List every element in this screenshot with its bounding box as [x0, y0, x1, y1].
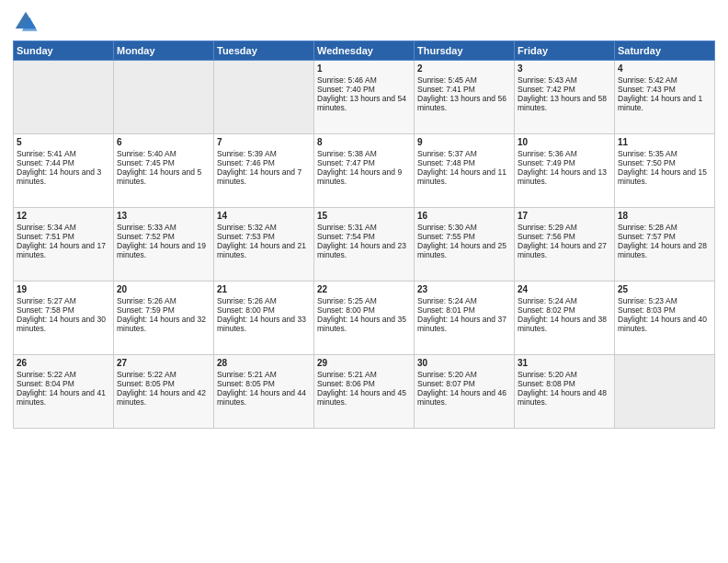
day-cell: 31Sunrise: 5:20 AMSunset: 8:08 PMDayligh… — [515, 355, 615, 429]
daylight-text: Daylight: 14 hours and 40 minutes. — [618, 315, 711, 333]
calendar-header: SundayMondayTuesdayWednesdayThursdayFrid… — [14, 41, 715, 61]
header-cell-thursday: Thursday — [415, 41, 515, 61]
week-row-4: 19Sunrise: 5:27 AMSunset: 7:58 PMDayligh… — [14, 282, 715, 355]
sunrise-text: Sunrise: 5:24 AM — [518, 296, 611, 305]
daylight-text: Daylight: 14 hours and 42 minutes. — [117, 388, 210, 407]
day-number: 5 — [17, 137, 110, 147]
daylight-text: Daylight: 14 hours and 35 minutes. — [317, 315, 411, 333]
day-number: 6 — [117, 137, 210, 147]
sunset-text: Sunset: 8:03 PM — [618, 305, 711, 315]
day-number: 31 — [518, 358, 611, 368]
sunset-text: Sunset: 7:51 PM — [17, 232, 110, 241]
sunrise-text: Sunrise: 5:21 AM — [317, 370, 411, 379]
day-number: 26 — [17, 358, 110, 368]
daylight-text: Daylight: 14 hours and 5 minutes. — [117, 167, 210, 186]
week-row-3: 12Sunrise: 5:34 AMSunset: 7:51 PMDayligh… — [14, 208, 715, 282]
sunset-text: Sunset: 7:59 PM — [117, 305, 210, 315]
day-cell: 8Sunrise: 5:38 AMSunset: 7:47 PMDaylight… — [314, 134, 415, 208]
sunrise-text: Sunrise: 5:32 AM — [217, 223, 311, 232]
week-row-2: 5Sunrise: 5:41 AMSunset: 7:44 PMDaylight… — [14, 134, 715, 208]
day-cell: 22Sunrise: 5:25 AMSunset: 8:00 PMDayligh… — [314, 282, 415, 355]
sunset-text: Sunset: 7:56 PM — [518, 232, 611, 241]
day-cell: 25Sunrise: 5:23 AMSunset: 8:03 PMDayligh… — [615, 282, 715, 355]
day-number: 17 — [518, 211, 611, 221]
sunset-text: Sunset: 8:05 PM — [217, 379, 311, 388]
sunrise-text: Sunrise: 5:22 AM — [117, 370, 210, 379]
week-row-1: 1Sunrise: 5:46 AMSunset: 7:40 PMDaylight… — [14, 61, 715, 134]
day-cell: 26Sunrise: 5:22 AMSunset: 8:04 PMDayligh… — [14, 355, 114, 429]
daylight-text: Daylight: 14 hours and 27 minutes. — [518, 241, 611, 259]
day-number: 27 — [117, 358, 210, 368]
daylight-text: Daylight: 14 hours and 45 minutes. — [317, 388, 411, 407]
daylight-text: Daylight: 14 hours and 15 minutes. — [618, 167, 711, 186]
day-number: 14 — [217, 211, 311, 221]
day-number: 9 — [417, 137, 511, 147]
sunset-text: Sunset: 7:50 PM — [618, 158, 711, 167]
daylight-text: Daylight: 14 hours and 23 minutes. — [317, 241, 411, 259]
sunset-text: Sunset: 8:02 PM — [518, 305, 611, 315]
day-cell: 24Sunrise: 5:24 AMSunset: 8:02 PMDayligh… — [515, 282, 615, 355]
calendar-page: SundayMondayTuesdayWednesdayThursdayFrid… — [0, 0, 728, 563]
sunrise-text: Sunrise: 5:28 AM — [618, 223, 711, 232]
sunrise-text: Sunrise: 5:26 AM — [217, 296, 311, 305]
day-number: 21 — [217, 284, 311, 294]
sunset-text: Sunset: 7:41 PM — [417, 85, 511, 94]
sunset-text: Sunset: 7:45 PM — [117, 158, 210, 167]
sunset-text: Sunset: 7:44 PM — [17, 158, 110, 167]
sunrise-text: Sunrise: 5:26 AM — [117, 296, 210, 305]
sunset-text: Sunset: 7:57 PM — [618, 232, 711, 241]
sunset-text: Sunset: 8:08 PM — [518, 379, 611, 388]
day-number: 20 — [117, 284, 210, 294]
day-number: 2 — [417, 63, 511, 74]
sunset-text: Sunset: 7:43 PM — [618, 85, 711, 94]
sunrise-text: Sunrise: 5:38 AM — [317, 149, 411, 158]
day-number: 24 — [518, 284, 611, 294]
daylight-text: Daylight: 14 hours and 30 minutes. — [17, 315, 110, 333]
sunrise-text: Sunrise: 5:20 AM — [417, 370, 511, 379]
day-cell: 7Sunrise: 5:39 AMSunset: 7:46 PMDaylight… — [214, 134, 314, 208]
sunrise-text: Sunrise: 5:41 AM — [17, 149, 110, 158]
daylight-text: Daylight: 14 hours and 1 minute. — [618, 94, 711, 112]
daylight-text: Daylight: 14 hours and 38 minutes. — [518, 315, 611, 333]
daylight-text: Daylight: 14 hours and 3 minutes. — [17, 167, 110, 186]
day-number: 23 — [417, 284, 511, 294]
header-row: SundayMondayTuesdayWednesdayThursdayFrid… — [14, 41, 715, 61]
day-cell: 5Sunrise: 5:41 AMSunset: 7:44 PMDaylight… — [14, 134, 114, 208]
day-number: 16 — [417, 211, 511, 221]
daylight-text: Daylight: 14 hours and 19 minutes. — [117, 241, 210, 259]
sunrise-text: Sunrise: 5:33 AM — [117, 223, 210, 232]
sunrise-text: Sunrise: 5:35 AM — [618, 149, 711, 158]
daylight-text: Daylight: 14 hours and 13 minutes. — [518, 167, 611, 186]
day-cell — [615, 355, 715, 429]
calendar-table: SundayMondayTuesdayWednesdayThursdayFrid… — [13, 40, 715, 429]
sunrise-text: Sunrise: 5:34 AM — [17, 223, 110, 232]
day-number: 29 — [317, 358, 411, 368]
day-number: 11 — [618, 137, 711, 147]
sunset-text: Sunset: 8:04 PM — [17, 379, 110, 388]
header — [13, 9, 715, 35]
sunset-text: Sunset: 8:01 PM — [417, 305, 511, 315]
sunrise-text: Sunrise: 5:24 AM — [417, 296, 511, 305]
day-cell: 1Sunrise: 5:46 AMSunset: 7:40 PMDaylight… — [314, 61, 415, 134]
daylight-text: Daylight: 14 hours and 46 minutes. — [417, 388, 511, 407]
day-cell: 2Sunrise: 5:45 AMSunset: 7:41 PMDaylight… — [415, 61, 515, 134]
day-cell: 30Sunrise: 5:20 AMSunset: 8:07 PMDayligh… — [415, 355, 515, 429]
week-row-5: 26Sunrise: 5:22 AMSunset: 8:04 PMDayligh… — [14, 355, 715, 429]
sunrise-text: Sunrise: 5:27 AM — [17, 296, 110, 305]
day-number: 10 — [518, 137, 611, 147]
day-cell: 21Sunrise: 5:26 AMSunset: 8:00 PMDayligh… — [214, 282, 314, 355]
day-cell: 10Sunrise: 5:36 AMSunset: 7:49 PMDayligh… — [515, 134, 615, 208]
sunset-text: Sunset: 7:42 PM — [518, 85, 611, 94]
day-cell: 12Sunrise: 5:34 AMSunset: 7:51 PMDayligh… — [14, 208, 114, 282]
day-cell: 6Sunrise: 5:40 AMSunset: 7:45 PMDaylight… — [114, 134, 214, 208]
daylight-text: Daylight: 13 hours and 58 minutes. — [518, 94, 611, 112]
header-cell-sunday: Sunday — [14, 41, 114, 61]
day-number: 7 — [217, 137, 311, 147]
sunset-text: Sunset: 7:49 PM — [518, 158, 611, 167]
day-cell: 16Sunrise: 5:30 AMSunset: 7:55 PMDayligh… — [415, 208, 515, 282]
sunrise-text: Sunrise: 5:30 AM — [417, 223, 511, 232]
sunrise-text: Sunrise: 5:31 AM — [317, 223, 411, 232]
day-cell — [14, 61, 114, 134]
daylight-text: Daylight: 13 hours and 54 minutes. — [317, 94, 411, 112]
sunset-text: Sunset: 8:06 PM — [317, 379, 411, 388]
